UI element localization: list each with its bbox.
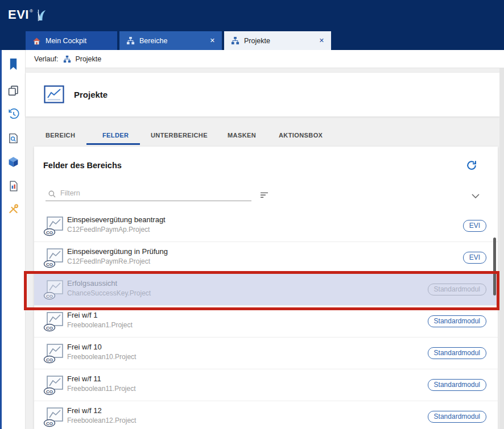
list-item[interactable]: CO Frei w/f 1 Freeboolean1.Project Stand… — [34, 306, 498, 338]
co-badge-text: CO — [46, 326, 53, 331]
chart-co-icon: CO — [43, 248, 65, 268]
list-item[interactable]: CO Einspeisevergütung beantragt C12FeedI… — [34, 210, 498, 242]
logo-registered-mark: ® — [30, 9, 33, 14]
home-icon — [32, 37, 41, 45]
module-badge: Standardmodul — [428, 315, 486, 327]
co-badge-text: CO — [46, 421, 53, 426]
module-badge: Standardmodul — [428, 347, 486, 359]
report-document-icon[interactable] — [6, 178, 21, 193]
refresh-icon[interactable] — [466, 160, 477, 171]
item-title: Frei w/f 1 — [67, 311, 97, 319]
page-scrollbar-track[interactable] — [499, 68, 504, 429]
item-subtitle: C12FeedInPaymAp.Project — [67, 226, 150, 234]
module-cube-icon[interactable] — [6, 155, 21, 169]
tools-icon[interactable] — [6, 201, 21, 216]
co-badge-text: CO — [46, 262, 53, 267]
felder-panel: Felder des Bereichs — [34, 147, 498, 429]
section-tab-strip: BEREICH FELDER UNTERBEREICHE MASKEN AKTI… — [26, 116, 499, 147]
item-subtitle: C12FeedInPaymRe.Project — [67, 257, 150, 265]
tab-label: Projekte — [244, 37, 270, 45]
sail-icon — [36, 9, 47, 22]
tab-bereiche[interactable]: Bereiche ✕ — [119, 31, 222, 50]
list-scrollbar-thumb[interactable] — [493, 238, 496, 295]
item-subtitle: ChanceSuccessKey.Project — [67, 289, 151, 297]
item-subtitle: Freeboolean10.Project — [67, 353, 136, 361]
list-item[interactable]: CO Frei w/f 12 Freeboolean12.Project Sta… — [34, 401, 498, 429]
tab-unterbereiche[interactable]: UNTERBEREICHE — [151, 132, 208, 139]
module-badge: Standardmodul — [428, 284, 486, 295]
history-item-projekte[interactable]: Projekte — [63, 55, 101, 63]
active-tab-underline — [86, 143, 140, 145]
list-item[interactable]: CO Frei w/f 11 Freeboolean11.Project Sta… — [34, 369, 498, 401]
logo-text: EVI — [8, 7, 29, 22]
tab-masken[interactable]: MASKEN — [228, 132, 256, 139]
top-bar: EVI ® — [0, 0, 504, 31]
history-label: Verlauf: — [34, 55, 58, 63]
org-chart-icon — [231, 36, 239, 45]
search-document-icon[interactable] — [6, 131, 21, 145]
evi-logo: EVI ® — [8, 7, 47, 22]
chart-co-icon: CO — [43, 311, 65, 332]
field-list: CO Einspeisevergütung beantragt C12FeedI… — [34, 210, 498, 429]
org-chart-icon — [126, 36, 135, 45]
item-title: Einspeisevergütung in Prüfung — [67, 247, 168, 256]
item-subtitle: Freeboolean1.Project — [67, 321, 133, 329]
chart-co-icon: CO — [43, 375, 65, 395]
chart-icon — [44, 85, 64, 103]
left-icon-sidebar — [0, 50, 26, 429]
app-window: EVI ® Mein Cockpit — [0, 0, 504, 429]
co-badge-text: CO — [46, 294, 53, 299]
chart-co-icon: CO — [43, 216, 65, 236]
tab-projekte-active[interactable]: Projekte ✕ — [224, 31, 331, 50]
item-title: Einspeisevergütung beantragt — [67, 215, 166, 224]
history-bar: Verlauf: Projekte — [26, 50, 504, 68]
org-chart-icon — [63, 55, 71, 63]
module-badge: EVI — [463, 252, 486, 264]
item-subtitle: Freeboolean12.Project — [67, 416, 136, 424]
module-badge: EVI — [463, 220, 486, 232]
page-header: Projekte — [26, 73, 499, 116]
item-title: Frei w/f 10 — [67, 343, 102, 351]
item-title: Frei w/f 11 — [67, 374, 101, 383]
co-badge-text: CO — [46, 357, 53, 363]
chart-co-icon: CO — [43, 280, 65, 300]
history-item-label: Projekte — [75, 55, 101, 63]
tab-aktionsbox[interactable]: AKTIONSBOX — [279, 132, 323, 139]
sort-icon[interactable] — [259, 191, 270, 199]
co-badge-text: CO — [46, 230, 53, 235]
co-badge-text: CO — [46, 389, 53, 394]
close-icon[interactable]: ✕ — [319, 38, 324, 44]
tab-label: Bereiche — [139, 37, 167, 45]
tab-bar: Mein Cockpit Bereiche ✕ — [0, 31, 504, 50]
bookmark-icon[interactable] — [6, 57, 21, 72]
item-title: Erfolgsaussicht — [67, 279, 117, 288]
tab-bereich[interactable]: BEREICH — [46, 132, 75, 139]
tab-felder[interactable]: FELDER — [102, 132, 129, 139]
module-badge: Standardmodul — [428, 379, 486, 391]
chart-co-icon: CO — [43, 407, 65, 427]
item-title: Frei w/f 12 — [67, 406, 102, 415]
tab-mein-cockpit[interactable]: Mein Cockpit — [26, 31, 117, 50]
module-badge: Standardmodul — [428, 411, 486, 423]
list-item-selected[interactable]: CO Erfolgsaussicht ChanceSuccessKey.Proj… — [34, 274, 498, 306]
filter-input[interactable] — [46, 186, 251, 201]
close-icon[interactable]: ✕ — [210, 38, 215, 44]
list-item[interactable]: CO Einspeisevergütung in Prüfung C12Feed… — [34, 242, 498, 274]
tab-label: Mein Cockpit — [46, 37, 86, 45]
page-title: Projekte — [74, 90, 108, 99]
history-icon[interactable] — [6, 107, 21, 122]
item-subtitle: Freeboolean11.Project — [67, 385, 136, 393]
chevron-down-icon[interactable] — [472, 194, 480, 198]
panel-title: Felder des Bereichs — [43, 161, 122, 170]
list-item[interactable]: CO Frei w/f 10 Freeboolean10.Project Sta… — [34, 338, 498, 369]
windows-copy-icon[interactable] — [6, 83, 21, 98]
chart-co-icon: CO — [43, 343, 65, 364]
